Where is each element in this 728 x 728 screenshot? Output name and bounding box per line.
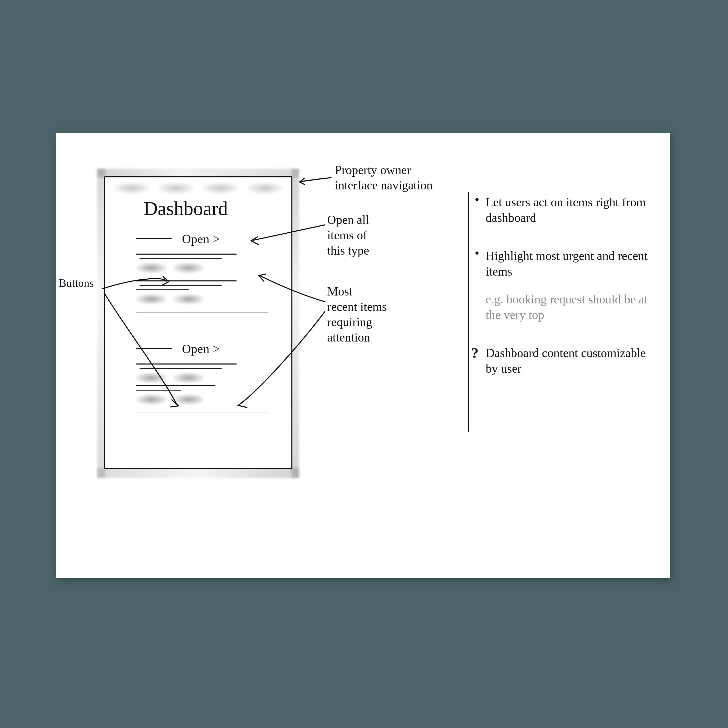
- open-all-link[interactable]: Open >: [182, 232, 220, 246]
- note-customizable: ? Dashboard content customizable by user: [486, 345, 659, 376]
- open-all-link[interactable]: Open >: [182, 342, 220, 356]
- item-action-button[interactable]: [173, 372, 204, 383]
- bullet-icon: [476, 252, 479, 255]
- bullet-icon: [476, 198, 479, 201]
- item-action-button[interactable]: [173, 263, 204, 273]
- list-item: [136, 280, 268, 304]
- nav-item-placeholder: [158, 182, 195, 194]
- note-text: Highlight most urgent and recent items: [486, 249, 648, 278]
- annotation-nav: Property owner interface navigation: [335, 162, 478, 193]
- section-divider: [136, 312, 268, 313]
- item-action-button[interactable]: [136, 394, 167, 405]
- sketch-canvas: Dashboard Open >: [56, 133, 670, 578]
- item-action-row: [136, 394, 268, 405]
- section-heading-placeholder: [136, 238, 172, 239]
- item-action-button[interactable]: [136, 263, 167, 273]
- wireframe-section-1: Open >: [136, 231, 268, 326]
- annotation-buttons: Buttons: [59, 276, 115, 290]
- item-action-row: [136, 372, 268, 383]
- nav-item-placeholder: [202, 182, 239, 194]
- note-text: Let users act on items right from dashbo…: [486, 195, 646, 225]
- item-action-row: [136, 294, 268, 304]
- item-action-button[interactable]: [136, 294, 167, 304]
- notes-divider: [468, 192, 469, 432]
- nav-item-placeholder: [113, 182, 150, 194]
- item-action-row: [136, 263, 268, 273]
- list-item: [136, 364, 268, 405]
- list-item: [136, 254, 268, 273]
- annotation-recent: Most recent items requiring attention: [327, 284, 434, 345]
- item-action-button[interactable]: [173, 294, 204, 304]
- item-action-button[interactable]: [173, 394, 204, 405]
- wireframe-section-2: Open >: [136, 341, 268, 436]
- note-act-on-items: Let users act on items right from dashbo…: [486, 194, 659, 226]
- note-highlight-example: e.g. booking request should be at the ve…: [486, 291, 659, 323]
- section-divider: [136, 413, 268, 413]
- question-mark-icon: ?: [471, 344, 479, 362]
- wireframe-frame: Dashboard Open >: [97, 169, 299, 478]
- wireframe-title: Dashboard: [144, 197, 228, 220]
- wireframe-nav-bar: [113, 182, 284, 194]
- note-highlight-urgent: Highlight most urgent and recent items: [486, 248, 659, 279]
- note-text: Dashboard content customizable by user: [486, 346, 646, 375]
- nav-item-placeholder: [246, 182, 284, 194]
- item-action-button[interactable]: [136, 372, 167, 383]
- wireframe-screen: Dashboard Open >: [104, 176, 292, 469]
- annotation-open-all: Open all items of this type: [327, 212, 419, 258]
- section-heading-placeholder: [136, 348, 172, 349]
